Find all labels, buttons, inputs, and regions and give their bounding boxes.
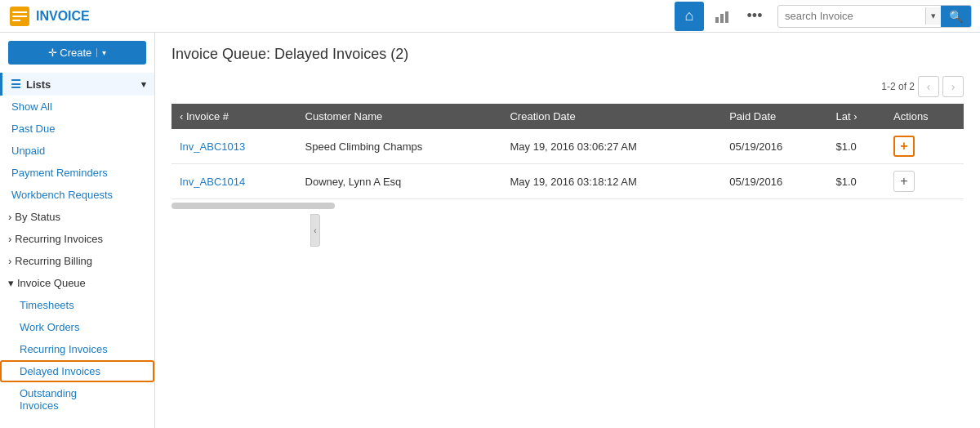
invoice-link[interactable]: Inv_ABC1014 xyxy=(180,176,245,188)
svg-rect-6 xyxy=(725,11,728,23)
cell-actions: + xyxy=(885,164,964,199)
chart-icon xyxy=(715,9,729,24)
col-invoice-num[interactable]: ‹ Invoice # xyxy=(172,104,297,129)
table-row: Inv_ABC1013 Speed Climbing Champs May 19… xyxy=(172,129,964,164)
svg-rect-3 xyxy=(12,20,20,21)
search-dropdown[interactable]: ▾ xyxy=(925,7,941,25)
chart-button[interactable] xyxy=(707,2,737,31)
svg-rect-1 xyxy=(12,11,27,13)
cell-customer-name: Downey, Lynn A Esq xyxy=(297,164,502,199)
invoice-queue-chevron: ▾ xyxy=(8,277,14,289)
sidebar-item-delayed-invoices[interactable]: Delayed Invoices xyxy=(0,360,154,382)
app-header: INVOICE ⌂ ••• ▾ 🔍 xyxy=(0,0,980,33)
sidebar-item-by-status[interactable]: › By Status xyxy=(0,206,154,228)
sidebar-item-work-orders[interactable]: Work Orders xyxy=(0,316,154,338)
more-button[interactable]: ••• xyxy=(740,2,769,31)
pagination-next[interactable]: › xyxy=(942,76,964,97)
cell-actions: + xyxy=(885,129,964,164)
col-creation-date: Creation Date xyxy=(501,104,721,129)
lists-label: Lists xyxy=(26,78,51,91)
pagination-label: 1-2 of 2 xyxy=(881,81,915,92)
create-button[interactable]: ✛ Create ▾ xyxy=(8,41,146,65)
table-header: ‹ Invoice # Customer Name Creation Date … xyxy=(172,104,964,129)
sidebar-item-recurring-invoices-2[interactable]: Recurring Invoices xyxy=(0,338,154,360)
search-button[interactable]: 🔍 xyxy=(941,6,971,27)
content-area: ‹ Invoice Queue: Delayed Invoices (2) 1-… xyxy=(155,33,980,428)
cell-invoice-num: Inv_ABC1014 xyxy=(172,164,297,199)
col-customer-name: Customer Name xyxy=(297,104,502,129)
cell-lat: $1.0 xyxy=(828,164,885,199)
table-row: Inv_ABC1014 Downey, Lynn A Esq May 19, 2… xyxy=(172,164,964,199)
page-title: Invoice Queue: Delayed Invoices (2) xyxy=(172,46,964,63)
recurring-invoices-chevron: › xyxy=(8,233,11,245)
sidebar-item-show-all[interactable]: Show All xyxy=(0,96,154,118)
search-box: ▾ 🔍 xyxy=(777,5,972,28)
cell-customer-name: Speed Climbing Champs xyxy=(297,129,502,164)
sidebar-item-workbench-requests[interactable]: Workbench Requests xyxy=(0,184,154,206)
cell-lat: $1.0 xyxy=(828,129,885,164)
sidebar-item-recurring-invoices[interactable]: › Recurring Invoices xyxy=(0,228,154,250)
svg-rect-4 xyxy=(715,17,719,23)
col-lat[interactable]: Lat › xyxy=(828,104,885,129)
lists-chevron: ▾ xyxy=(141,79,146,90)
sidebar-item-timesheets[interactable]: Timesheets xyxy=(0,294,154,316)
table-body: Inv_ABC1013 Speed Climbing Champs May 19… xyxy=(172,129,964,199)
cell-paid-date: 05/19/2016 xyxy=(721,164,827,199)
sidebar: ✛ Create ▾ ☰ Lists ▾ Show All Past Due U… xyxy=(0,33,155,428)
search-input[interactable] xyxy=(778,7,925,25)
sidebar-collapse-handle[interactable]: ‹ xyxy=(310,214,320,247)
cell-invoice-num: Inv_ABC1013 xyxy=(172,129,297,164)
header-icons: ⌂ ••• xyxy=(675,2,769,31)
invoice-table: ‹ Invoice # Customer Name Creation Date … xyxy=(172,104,964,199)
col-paid-date: Paid Date xyxy=(721,104,827,129)
app-logo: INVOICE xyxy=(8,5,106,28)
home-button[interactable]: ⌂ xyxy=(675,2,704,31)
sidebar-item-recurring-billing[interactable]: › Recurring Billing xyxy=(0,250,154,272)
action-add-button-1[interactable]: + xyxy=(893,136,915,157)
pagination-prev[interactable]: ‹ xyxy=(918,76,939,97)
sidebar-nav: Show All Past Due Unpaid Payment Reminde… xyxy=(0,96,154,417)
sidebar-item-payment-reminders[interactable]: Payment Reminders xyxy=(0,162,154,184)
logo-icon xyxy=(8,5,31,28)
sidebar-item-unpaid[interactable]: Unpaid xyxy=(0,140,154,162)
action-add-button-2[interactable]: + xyxy=(893,171,915,192)
svg-rect-2 xyxy=(12,16,27,17)
col-actions: Actions xyxy=(885,104,964,129)
cell-creation-date: May 19, 2016 03:06:27 AM xyxy=(501,129,721,164)
col-invoice-sort-icon: ‹ xyxy=(180,110,183,123)
create-label: ✛ Create xyxy=(48,47,92,59)
recurring-billing-chevron: › xyxy=(8,255,11,267)
cell-creation-date: May 19, 2016 03:18:12 AM xyxy=(501,164,721,199)
svg-rect-5 xyxy=(720,14,724,23)
cell-paid-date: 05/19/2016 xyxy=(721,129,827,164)
lists-icon: ☰ xyxy=(11,78,21,91)
sidebar-lists-header[interactable]: ☰ Lists ▾ xyxy=(0,73,154,96)
sidebar-item-outstanding-invoices[interactable]: OutstandingInvoices xyxy=(0,382,154,417)
sidebar-item-invoice-queue[interactable]: ▾ Invoice Queue xyxy=(0,272,154,294)
sidebar-item-past-due[interactable]: Past Due xyxy=(0,118,154,140)
main-layout: ✛ Create ▾ ☰ Lists ▾ Show All Past Due U… xyxy=(0,33,980,428)
by-status-chevron: › xyxy=(8,211,11,223)
invoice-link[interactable]: Inv_ABC1013 xyxy=(180,140,245,153)
app-title: INVOICE xyxy=(36,9,90,24)
horizontal-scrollbar[interactable] xyxy=(172,203,335,209)
pagination-bar: 1-2 of 2 ‹ › xyxy=(172,76,964,97)
create-chevron: ▾ xyxy=(96,48,106,57)
